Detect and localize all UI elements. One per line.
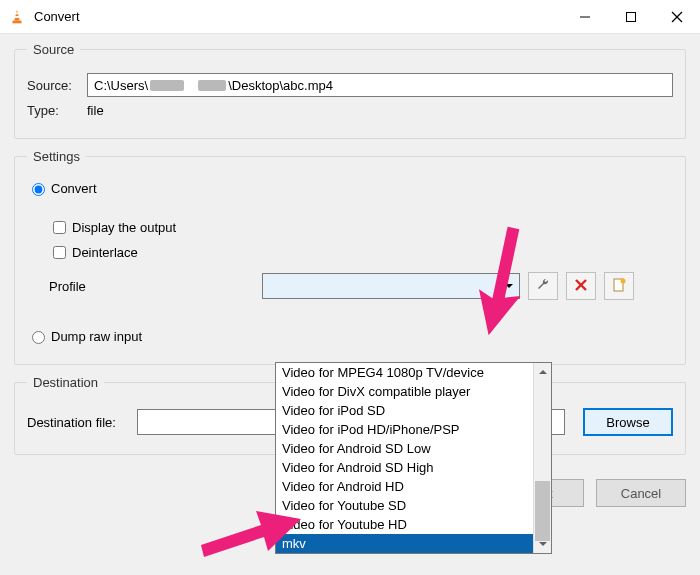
- profile-dropdown-list[interactable]: Video for MPEG4 1080p TV/deviceVideo for…: [275, 362, 552, 554]
- display-output-label: Display the output: [72, 220, 176, 235]
- dropdown-item[interactable]: mkv: [276, 534, 533, 553]
- new-profile-button[interactable]: [604, 272, 634, 300]
- source-path-prefix: C:\Users\: [94, 78, 148, 93]
- source-label: Source:: [27, 78, 87, 93]
- destination-legend: Destination: [27, 375, 104, 390]
- convert-radio[interactable]: Convert: [27, 180, 673, 196]
- dropdown-item[interactable]: Video for DivX compatible player: [276, 382, 533, 401]
- dropdown-item[interactable]: Video for Youtube SD: [276, 496, 533, 515]
- convert-radio-label: Convert: [51, 181, 97, 196]
- source-path-input[interactable]: C:\Users\ \Desktop\abc.mp4: [87, 73, 673, 97]
- source-legend: Source: [27, 42, 80, 57]
- scroll-down-icon[interactable]: [534, 535, 551, 553]
- scroll-track[interactable]: [534, 381, 551, 535]
- delete-profile-button[interactable]: [566, 272, 596, 300]
- settings-legend: Settings: [27, 149, 86, 164]
- deinterlace-checkbox-input[interactable]: [53, 246, 66, 259]
- dropdown-item[interactable]: Video for Android SD Low: [276, 439, 533, 458]
- title-bar: Convert: [0, 0, 700, 34]
- type-value: file: [87, 103, 104, 118]
- dropdown-item[interactable]: Video for Android HD: [276, 477, 533, 496]
- display-output-checkbox-input[interactable]: [53, 221, 66, 234]
- dump-raw-radio-input[interactable]: [32, 331, 45, 344]
- dump-raw-radio[interactable]: Dump raw input: [27, 328, 673, 344]
- profile-label: Profile: [27, 279, 262, 294]
- dropdown-item[interactable]: Video for Youtube HD: [276, 515, 533, 534]
- browse-button-label: Browse: [606, 415, 649, 430]
- cancel-button[interactable]: Cancel: [596, 479, 686, 507]
- new-document-icon: [611, 277, 627, 296]
- redacted-segment: [198, 80, 226, 91]
- deinterlace-label: Deinterlace: [72, 245, 138, 260]
- dropdown-item[interactable]: Video for MPEG4 1080p TV/device: [276, 363, 533, 382]
- scroll-up-icon[interactable]: [534, 363, 551, 381]
- x-icon: [574, 278, 588, 295]
- profile-combobox[interactable]: [262, 273, 520, 299]
- svg-rect-0: [15, 12, 19, 14]
- dump-raw-label: Dump raw input: [51, 329, 142, 344]
- wrench-icon: [535, 277, 551, 296]
- dropdown-item[interactable]: Video for iPod SD: [276, 401, 533, 420]
- source-path-suffix: \Desktop\abc.mp4: [228, 78, 333, 93]
- svg-rect-1: [14, 16, 19, 18]
- convert-radio-input[interactable]: [32, 183, 45, 196]
- source-group: Source Source: C:\Users\ \Desktop\abc.mp…: [14, 42, 686, 139]
- deinterlace-checkbox[interactable]: Deinterlace: [49, 243, 673, 262]
- svg-rect-4: [627, 12, 636, 21]
- edit-profile-button[interactable]: [528, 272, 558, 300]
- scroll-thumb[interactable]: [535, 481, 550, 541]
- display-output-checkbox[interactable]: Display the output: [49, 218, 673, 237]
- type-label: Type:: [27, 103, 87, 118]
- dropdown-item[interactable]: Video for iPod HD/iPhone/PSP: [276, 420, 533, 439]
- cancel-button-label: Cancel: [621, 486, 661, 501]
- settings-group: Settings Convert Display the output Dein…: [14, 149, 686, 365]
- redacted-segment: [150, 80, 184, 91]
- maximize-button[interactable]: [608, 1, 654, 33]
- minimize-button[interactable]: [562, 1, 608, 33]
- browse-button[interactable]: Browse: [583, 408, 673, 436]
- window-title: Convert: [34, 9, 80, 24]
- svg-rect-2: [13, 20, 22, 23]
- dropdown-item[interactable]: Video for Android SD High: [276, 458, 533, 477]
- close-button[interactable]: [654, 1, 700, 33]
- dropdown-scrollbar[interactable]: [533, 363, 551, 553]
- chevron-down-icon[interactable]: [499, 274, 519, 298]
- svg-point-10: [621, 278, 626, 283]
- destination-file-label: Destination file:: [27, 415, 137, 430]
- vlc-cone-icon: [8, 8, 26, 26]
